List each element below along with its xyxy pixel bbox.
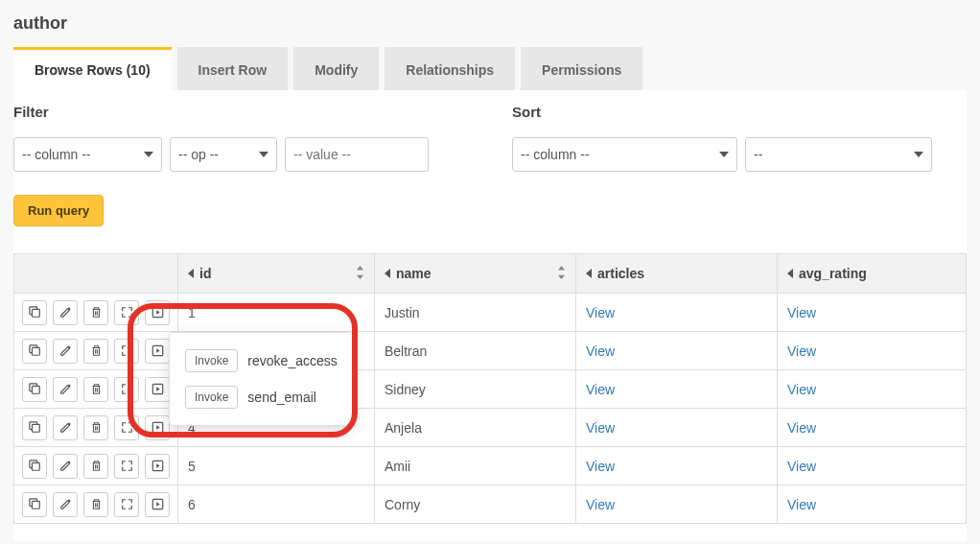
- actions-cell: [14, 485, 178, 524]
- column-header-name[interactable]: name: [375, 254, 576, 294]
- sort-order-select[interactable]: --: [745, 137, 932, 172]
- edit-row-button[interactable]: [53, 415, 78, 440]
- delete-row-button[interactable]: [83, 454, 108, 479]
- cell-articles: View: [576, 409, 778, 447]
- tabs: Browse Rows (10) Insert Row Modify Relat…: [13, 47, 967, 90]
- column-header-id[interactable]: id: [178, 254, 375, 294]
- edit-row-button[interactable]: [53, 339, 78, 364]
- cell-articles: View: [576, 332, 778, 370]
- cell-avg-rating: View: [778, 409, 967, 447]
- cell-articles: View: [576, 485, 778, 524]
- expand-row-button[interactable]: [114, 377, 139, 402]
- invoke-trigger-button[interactable]: [145, 454, 170, 479]
- edit-row-button[interactable]: [53, 454, 78, 479]
- caret-left-icon: [385, 269, 390, 278]
- invoke-trigger-button[interactable]: [145, 339, 170, 364]
- view-avg-rating-link[interactable]: View: [787, 497, 816, 512]
- filter-label: Filter: [13, 104, 512, 120]
- tab-modify[interactable]: Modify: [293, 47, 379, 90]
- cell-avg-rating: View: [778, 447, 967, 485]
- sort-label: Sort: [512, 104, 967, 120]
- clone-row-button[interactable]: [22, 454, 47, 479]
- view-articles-link[interactable]: View: [586, 343, 615, 359]
- column-label: avg_rating: [799, 266, 867, 281]
- tab-browse-rows[interactable]: Browse Rows (10): [13, 47, 172, 90]
- expand-row-button[interactable]: [114, 415, 139, 440]
- cell-articles: View: [576, 294, 778, 332]
- trigger-name: send_email: [247, 390, 316, 405]
- column-label: id: [199, 266, 211, 281]
- invoke-trigger-button[interactable]: [145, 300, 170, 325]
- clone-row-button[interactable]: [22, 339, 47, 364]
- expand-row-button[interactable]: [114, 492, 139, 517]
- edit-row-button[interactable]: [53, 377, 78, 402]
- view-articles-link[interactable]: View: [586, 305, 615, 320]
- view-articles-link[interactable]: View: [586, 497, 615, 512]
- filter-value-input[interactable]: [285, 137, 429, 172]
- tab-permissions[interactable]: Permissions: [521, 47, 642, 90]
- delete-row-button[interactable]: [83, 300, 108, 325]
- expand-row-button[interactable]: [114, 454, 139, 479]
- column-label: articles: [597, 266, 644, 281]
- view-avg-rating-link[interactable]: View: [787, 382, 816, 397]
- column-label: name: [396, 266, 432, 281]
- view-avg-rating-link[interactable]: View: [787, 305, 816, 320]
- caret-left-icon: [787, 269, 793, 278]
- filter-column-select[interactable]: -- column --: [13, 137, 162, 172]
- delete-row-button[interactable]: [83, 377, 108, 402]
- edit-row-button[interactable]: [53, 492, 78, 517]
- view-avg-rating-link[interactable]: View: [787, 459, 816, 474]
- delete-row-button[interactable]: [83, 492, 108, 517]
- delete-row-button[interactable]: [83, 339, 108, 364]
- clone-row-button[interactable]: [22, 492, 47, 517]
- cell-articles: View: [576, 370, 778, 409]
- tab-relationships[interactable]: Relationships: [385, 47, 515, 90]
- data-table: id name: [13, 253, 967, 524]
- view-avg-rating-link[interactable]: View: [787, 343, 816, 359]
- actions-cell: [14, 294, 178, 332]
- cell-avg-rating: View: [778, 370, 967, 409]
- cell-name: Amii: [375, 447, 576, 485]
- cell-name: Anjela: [375, 409, 576, 447]
- invoke-button[interactable]: Invoke: [185, 386, 238, 409]
- clone-row-button[interactable]: [22, 415, 47, 440]
- expand-row-button[interactable]: [114, 339, 139, 364]
- actions-cell: [14, 332, 178, 370]
- view-articles-link[interactable]: View: [586, 382, 615, 397]
- page-title: author: [13, 13, 967, 34]
- table-row: 1JustinViewView: [14, 294, 967, 332]
- column-header-avg-rating[interactable]: avg_rating: [778, 254, 967, 294]
- expand-row-button[interactable]: [114, 300, 139, 325]
- cell-id: 5: [178, 447, 375, 485]
- tab-insert-row[interactable]: Insert Row: [177, 47, 289, 90]
- sort-icon[interactable]: [557, 266, 566, 282]
- cell-name: Sidney: [375, 370, 576, 409]
- caret-left-icon: [188, 269, 194, 278]
- edit-row-button[interactable]: [53, 300, 78, 325]
- sort-column-select[interactable]: -- column --: [512, 137, 737, 172]
- filter-op-select[interactable]: -- op --: [170, 137, 277, 172]
- actions-cell: [14, 370, 178, 409]
- table-row: 5AmiiViewView: [14, 447, 967, 485]
- actions-cell: [14, 447, 178, 485]
- run-query-button[interactable]: Run query: [13, 195, 104, 226]
- actions-cell: [14, 409, 178, 447]
- invoke-trigger-button[interactable]: [145, 415, 170, 440]
- cell-name: Corny: [375, 485, 576, 524]
- table-row: 3SidneyViewView: [14, 370, 967, 409]
- view-articles-link[interactable]: View: [586, 420, 615, 436]
- sort-icon[interactable]: [356, 266, 364, 282]
- clone-row-button[interactable]: [22, 300, 47, 325]
- invoke-trigger-button[interactable]: [145, 377, 170, 402]
- invoke-trigger-button[interactable]: [145, 492, 170, 517]
- delete-row-button[interactable]: [83, 415, 108, 440]
- cell-avg-rating: View: [778, 485, 967, 524]
- actions-header: [14, 254, 178, 294]
- column-header-articles[interactable]: articles: [576, 254, 778, 294]
- invoke-button[interactable]: Invoke: [185, 349, 238, 372]
- view-avg-rating-link[interactable]: View: [787, 420, 816, 436]
- view-articles-link[interactable]: View: [586, 459, 615, 474]
- clone-row-button[interactable]: [22, 377, 47, 402]
- cell-avg-rating: View: [778, 294, 967, 332]
- table-row: 6CornyViewView: [14, 485, 967, 524]
